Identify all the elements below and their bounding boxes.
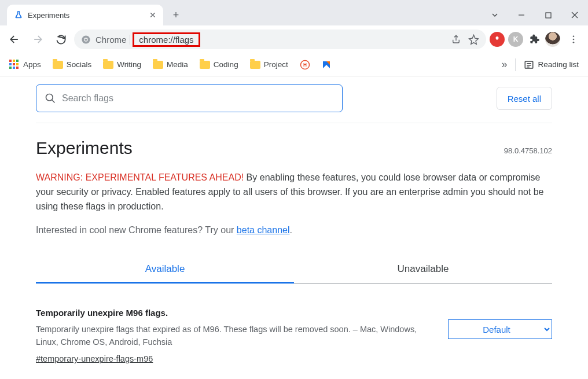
svg-point-14: [46, 94, 53, 101]
omnibox-url: chrome://flags: [139, 35, 193, 45]
flag-anchor-link[interactable]: #temporary-unexpire-flags-m96: [36, 353, 153, 366]
reload-button[interactable]: [51, 30, 71, 49]
extension-adblock[interactable]: [490, 32, 505, 47]
apps-label: Apps: [23, 60, 41, 69]
extensions-button[interactable]: [527, 32, 542, 47]
star-icon[interactable]: [468, 34, 479, 45]
folder-icon: [103, 61, 113, 69]
reset-all-button[interactable]: Reset all: [497, 87, 552, 110]
extension-k[interactable]: K: [508, 32, 523, 47]
flask-icon: [14, 10, 23, 20]
reading-list-icon: [524, 60, 534, 70]
warning-red: WARNING: EXPERIMENTAL FEATURES AHEAD!: [36, 172, 244, 182]
flag-tabs: Available Unavailable: [36, 256, 552, 284]
bookmark-folder[interactable]: Coding: [200, 60, 238, 69]
omnibox-chip: Chrome: [95, 35, 130, 45]
back-button[interactable]: [5, 30, 24, 49]
window-minimize[interactable]: [508, 5, 535, 25]
chrome-menu-button[interactable]: [564, 30, 583, 49]
folder-icon: [200, 61, 210, 69]
svg-line-15: [52, 100, 55, 103]
titlebar: Experiments ✕ +: [0, 0, 588, 25]
beta-channel-line: Interested in cool new Chrome features? …: [36, 225, 552, 236]
page-content: Search flags Reset all Experiments 98.0.…: [8, 76, 580, 379]
warning-text: WARNING: EXPERIMENTAL FEATURES AHEAD! By…: [36, 171, 552, 214]
tab-available[interactable]: Available: [36, 256, 294, 284]
chrome-version: 98.0.4758.102: [504, 146, 552, 155]
flag-entry: Temporarily unexpire M96 flags. Temporar…: [36, 307, 552, 366]
tab-search-button[interactable]: [482, 5, 508, 25]
svg-point-5: [573, 35, 575, 37]
beta-channel-link[interactable]: beta channel: [237, 225, 290, 235]
svg-point-7: [573, 42, 575, 43]
tab-unavailable[interactable]: Unavailable: [294, 256, 552, 283]
tab-title: Experiments: [28, 11, 145, 20]
toolbar: Chrome chrome://flags K: [0, 25, 588, 53]
bookmark-folder[interactable]: Project: [250, 60, 288, 69]
bookmark-icon-blue[interactable]: [322, 60, 331, 69]
new-tab-button[interactable]: +: [167, 6, 185, 24]
folder-icon: [250, 61, 260, 69]
bookmark-folder[interactable]: Socials: [53, 60, 92, 69]
flag-name: Temporarily unexpire M96 flags.: [36, 307, 434, 320]
profile-avatar[interactable]: [545, 32, 560, 47]
bookmarks-overflow[interactable]: »: [501, 58, 507, 71]
page-title: Experiments: [36, 138, 133, 158]
bookmark-folder[interactable]: Writing: [103, 60, 141, 69]
forward-button: [28, 30, 47, 49]
bookmark-icon-h[interactable]: H: [300, 60, 310, 70]
apps-shortcut[interactable]: Apps: [9, 60, 41, 70]
address-bar[interactable]: Chrome chrome://flags: [74, 30, 486, 49]
search-flags-input[interactable]: Search flags: [36, 84, 343, 112]
share-icon[interactable]: [451, 34, 461, 45]
folder-icon: [53, 61, 63, 69]
tab-close-icon[interactable]: ✕: [149, 10, 156, 20]
folder-icon: [153, 61, 163, 69]
search-placeholder: Search flags: [62, 93, 113, 104]
flag-state-select[interactable]: Default: [448, 319, 552, 339]
chrome-icon: [81, 35, 91, 45]
browser-tab[interactable]: Experiments ✕: [7, 5, 163, 25]
svg-point-6: [573, 39, 575, 41]
svg-point-4: [84, 38, 87, 41]
bookmarks-bar: Apps Socials Writing Media Coding Projec…: [0, 53, 588, 76]
search-icon: [45, 93, 56, 104]
svg-text:H: H: [303, 62, 307, 68]
apps-icon: [9, 60, 20, 70]
svg-rect-1: [546, 13, 551, 18]
url-highlight: chrome://flags: [133, 32, 200, 47]
reading-list-button[interactable]: Reading list: [524, 60, 579, 70]
flag-description: Temporarily unexpire flags that expired …: [36, 325, 417, 347]
window-close[interactable]: [561, 5, 588, 25]
bookmark-folder[interactable]: Media: [153, 60, 188, 69]
window-maximize[interactable]: [535, 5, 561, 25]
